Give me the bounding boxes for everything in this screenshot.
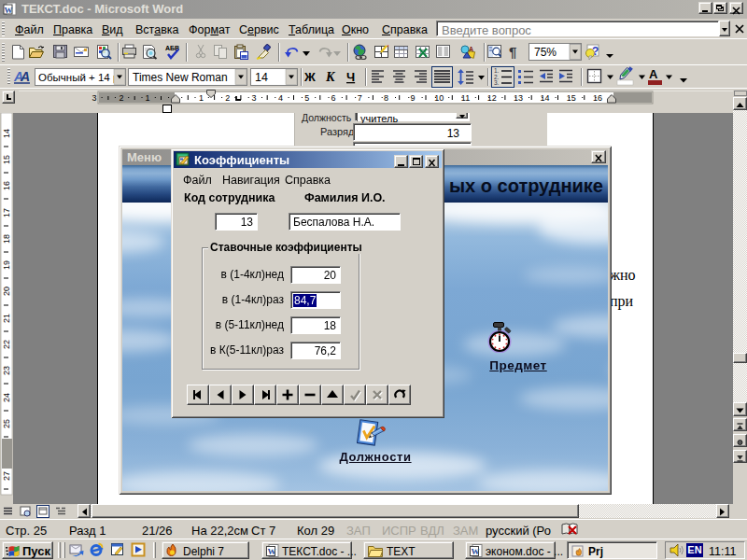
- svg-text:К: К: [325, 70, 336, 84]
- svg-text:14: 14: [540, 93, 549, 103]
- svg-text:16: 16: [593, 93, 602, 103]
- svg-text:27: 27: [2, 471, 11, 481]
- svg-text:W: W: [5, 6, 13, 15]
- svg-text:16: 16: [2, 181, 11, 190]
- svg-text:19: 19: [2, 260, 11, 270]
- svg-text:Times New Roman: Times New Roman: [133, 71, 228, 84]
- svg-text:24: 24: [2, 393, 11, 402]
- svg-text:3: 3: [252, 93, 257, 103]
- svg-text:¶: ¶: [509, 44, 516, 60]
- svg-text:14: 14: [255, 71, 268, 84]
- svg-text:25: 25: [2, 419, 11, 428]
- svg-text:23: 23: [2, 366, 11, 375]
- svg-text:W: W: [472, 547, 480, 556]
- svg-text:2: 2: [119, 93, 123, 103]
- svg-text:20: 20: [2, 287, 11, 296]
- svg-text:Обычный + 14 р: Обычный + 14 р: [38, 72, 119, 83]
- svg-text:15: 15: [2, 155, 11, 164]
- svg-text:?: ?: [592, 45, 599, 58]
- svg-text:1: 1: [145, 93, 149, 103]
- svg-text:6: 6: [331, 93, 335, 103]
- svg-text:13: 13: [514, 93, 523, 103]
- svg-text:22: 22: [2, 340, 11, 349]
- svg-text:14: 14: [2, 129, 11, 138]
- svg-text:3: 3: [92, 93, 96, 103]
- svg-text:7: 7: [358, 93, 362, 103]
- svg-text:A: A: [469, 46, 473, 52]
- svg-text:Ж: Ж: [303, 70, 316, 84]
- svg-text:1: 1: [199, 93, 204, 103]
- svg-text:Ч: Ч: [346, 70, 355, 84]
- svg-text:А: А: [649, 67, 658, 81]
- svg-text:2: 2: [225, 93, 230, 103]
- svg-text:3.: 3.: [494, 79, 500, 86]
- svg-text:4: 4: [278, 93, 283, 103]
- svg-text:A: A: [20, 69, 30, 84]
- svg-text:9: 9: [410, 93, 415, 103]
- svg-text:W: W: [268, 547, 276, 556]
- svg-text:15: 15: [567, 93, 576, 103]
- svg-text:18: 18: [2, 234, 11, 244]
- svg-text:17: 17: [2, 208, 11, 217]
- svg-text:5: 5: [304, 93, 309, 103]
- svg-text:8: 8: [384, 93, 388, 103]
- svg-text:21: 21: [2, 314, 11, 323]
- svg-text:75%: 75%: [534, 46, 557, 59]
